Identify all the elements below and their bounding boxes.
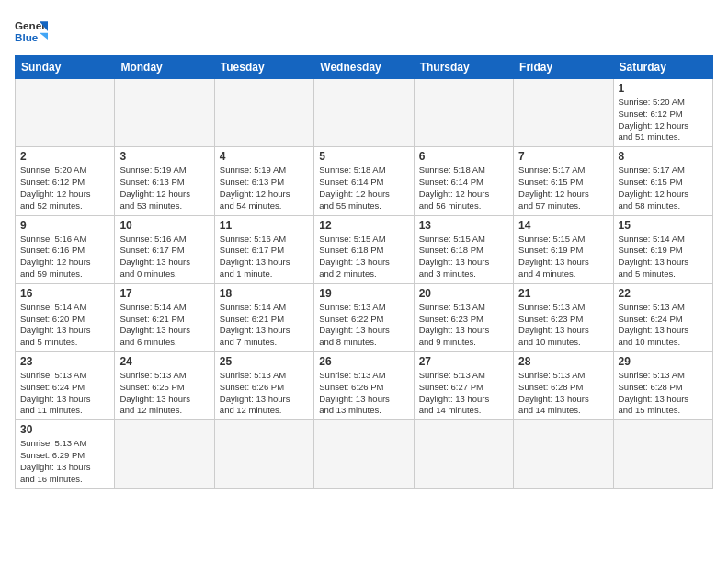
weekday-header-tuesday: Tuesday	[214, 56, 313, 79]
day-number: 17	[119, 287, 209, 300]
day-info: Sunrise: 5:13 AM Sunset: 6:27 PM Dayligh…	[419, 370, 508, 417]
calendar-day-cell	[314, 79, 414, 147]
day-info: Sunrise: 5:15 AM Sunset: 6:19 PM Dayligh…	[518, 234, 608, 281]
svg-text:General: General	[15, 19, 48, 31]
day-number: 18	[220, 287, 309, 300]
day-number: 27	[419, 355, 508, 368]
calendar-day-cell: 10Sunrise: 5:16 AM Sunset: 6:17 PM Dayli…	[115, 215, 214, 283]
day-info: Sunrise: 5:13 AM Sunset: 6:23 PM Dayligh…	[419, 302, 508, 349]
calendar-day-cell	[16, 79, 115, 147]
day-number: 28	[518, 355, 608, 368]
calendar-day-cell	[214, 79, 313, 147]
day-info: Sunrise: 5:15 AM Sunset: 6:18 PM Dayligh…	[419, 234, 508, 281]
calendar-day-cell	[314, 420, 414, 488]
day-number: 23	[20, 355, 109, 368]
calendar-day-cell: 13Sunrise: 5:15 AM Sunset: 6:18 PM Dayli…	[414, 215, 513, 283]
day-info: Sunrise: 5:19 AM Sunset: 6:13 PM Dayligh…	[220, 165, 309, 212]
calendar-day-cell: 17Sunrise: 5:14 AM Sunset: 6:21 PM Dayli…	[115, 283, 214, 351]
calendar-day-cell: 24Sunrise: 5:13 AM Sunset: 6:25 PM Dayli…	[115, 352, 214, 420]
day-number: 29	[619, 355, 708, 368]
day-number: 2	[20, 150, 109, 163]
day-number: 11	[220, 219, 309, 232]
calendar-day-cell: 11Sunrise: 5:16 AM Sunset: 6:17 PM Dayli…	[214, 215, 313, 283]
svg-marker-3	[40, 33, 48, 40]
day-info: Sunrise: 5:14 AM Sunset: 6:21 PM Dayligh…	[220, 302, 309, 349]
calendar-day-cell: 29Sunrise: 5:13 AM Sunset: 6:28 PM Dayli…	[613, 352, 712, 420]
weekday-header-wednesday: Wednesday	[314, 56, 414, 79]
day-number: 4	[220, 150, 309, 163]
day-info: Sunrise: 5:16 AM Sunset: 6:16 PM Dayligh…	[20, 234, 109, 281]
calendar-table: SundayMondayTuesdayWednesdayThursdayFrid…	[15, 55, 713, 489]
calendar-day-cell: 7Sunrise: 5:17 AM Sunset: 6:15 PM Daylig…	[514, 147, 613, 215]
day-info: Sunrise: 5:16 AM Sunset: 6:17 PM Dayligh…	[119, 234, 209, 281]
weekday-header-friday: Friday	[514, 56, 613, 79]
day-number: 10	[119, 219, 209, 232]
day-info: Sunrise: 5:20 AM Sunset: 6:12 PM Dayligh…	[619, 97, 708, 144]
calendar-week-row: 9Sunrise: 5:16 AM Sunset: 6:16 PM Daylig…	[16, 215, 713, 283]
calendar-day-cell: 14Sunrise: 5:15 AM Sunset: 6:19 PM Dayli…	[514, 215, 613, 283]
logo: General Blue	[15, 15, 48, 48]
calendar-day-cell: 3Sunrise: 5:19 AM Sunset: 6:13 PM Daylig…	[115, 147, 214, 215]
weekday-header-row: SundayMondayTuesdayWednesdayThursdayFrid…	[16, 56, 713, 79]
calendar-day-cell: 12Sunrise: 5:15 AM Sunset: 6:18 PM Dayli…	[314, 215, 414, 283]
calendar-day-cell	[115, 420, 214, 488]
day-number: 12	[319, 219, 408, 232]
day-info: Sunrise: 5:13 AM Sunset: 6:22 PM Dayligh…	[319, 302, 408, 349]
day-info: Sunrise: 5:17 AM Sunset: 6:15 PM Dayligh…	[518, 165, 608, 212]
calendar-day-cell: 19Sunrise: 5:13 AM Sunset: 6:22 PM Dayli…	[314, 283, 414, 351]
calendar-day-cell	[414, 420, 513, 488]
day-number: 15	[619, 219, 708, 232]
day-info: Sunrise: 5:13 AM Sunset: 6:26 PM Dayligh…	[319, 370, 408, 417]
calendar-week-row: 1Sunrise: 5:20 AM Sunset: 6:12 PM Daylig…	[16, 79, 713, 147]
calendar-day-cell: 9Sunrise: 5:16 AM Sunset: 6:16 PM Daylig…	[16, 215, 115, 283]
day-number: 22	[619, 287, 708, 300]
day-number: 25	[220, 355, 309, 368]
day-number: 16	[20, 287, 109, 300]
calendar-day-cell: 27Sunrise: 5:13 AM Sunset: 6:27 PM Dayli…	[414, 352, 513, 420]
calendar-day-cell: 21Sunrise: 5:13 AM Sunset: 6:23 PM Dayli…	[514, 283, 613, 351]
day-info: Sunrise: 5:19 AM Sunset: 6:13 PM Dayligh…	[119, 165, 209, 212]
day-number: 21	[518, 287, 608, 300]
day-number: 6	[419, 150, 508, 163]
calendar-day-cell: 28Sunrise: 5:13 AM Sunset: 6:28 PM Dayli…	[514, 352, 613, 420]
weekday-header-monday: Monday	[115, 56, 214, 79]
day-info: Sunrise: 5:13 AM Sunset: 6:24 PM Dayligh…	[20, 370, 109, 417]
calendar-day-cell: 16Sunrise: 5:14 AM Sunset: 6:20 PM Dayli…	[16, 283, 115, 351]
calendar-day-cell: 5Sunrise: 5:18 AM Sunset: 6:14 PM Daylig…	[314, 147, 414, 215]
calendar-day-cell: 15Sunrise: 5:14 AM Sunset: 6:19 PM Dayli…	[613, 215, 712, 283]
calendar-week-row: 23Sunrise: 5:13 AM Sunset: 6:24 PM Dayli…	[16, 352, 713, 420]
weekday-header-saturday: Saturday	[613, 56, 712, 79]
day-number: 5	[319, 150, 408, 163]
header: General Blue	[15, 15, 713, 48]
day-number: 7	[518, 150, 608, 163]
calendar-day-cell	[514, 79, 613, 147]
day-info: Sunrise: 5:13 AM Sunset: 6:28 PM Dayligh…	[518, 370, 608, 417]
day-number: 13	[419, 219, 508, 232]
calendar-week-row: 2Sunrise: 5:20 AM Sunset: 6:12 PM Daylig…	[16, 147, 713, 215]
day-info: Sunrise: 5:18 AM Sunset: 6:14 PM Dayligh…	[419, 165, 508, 212]
calendar-day-cell: 18Sunrise: 5:14 AM Sunset: 6:21 PM Dayli…	[214, 283, 313, 351]
calendar-day-cell: 1Sunrise: 5:20 AM Sunset: 6:12 PM Daylig…	[613, 79, 712, 147]
weekday-header-thursday: Thursday	[414, 56, 513, 79]
calendar-day-cell	[214, 420, 313, 488]
calendar-day-cell: 2Sunrise: 5:20 AM Sunset: 6:12 PM Daylig…	[16, 147, 115, 215]
generalblue-logo-icon: General Blue	[15, 15, 48, 48]
svg-text:Blue: Blue	[15, 31, 39, 43]
calendar-day-cell: 26Sunrise: 5:13 AM Sunset: 6:26 PM Dayli…	[314, 352, 414, 420]
weekday-header-sunday: Sunday	[16, 56, 115, 79]
calendar-day-cell: 4Sunrise: 5:19 AM Sunset: 6:13 PM Daylig…	[214, 147, 313, 215]
day-info: Sunrise: 5:17 AM Sunset: 6:15 PM Dayligh…	[619, 165, 708, 212]
day-info: Sunrise: 5:15 AM Sunset: 6:18 PM Dayligh…	[319, 234, 408, 281]
day-info: Sunrise: 5:20 AM Sunset: 6:12 PM Dayligh…	[20, 165, 109, 212]
page: General Blue SundayMondayTuesdayWednesda…	[0, 0, 728, 563]
day-info: Sunrise: 5:13 AM Sunset: 6:28 PM Dayligh…	[619, 370, 708, 417]
calendar-week-row: 16Sunrise: 5:14 AM Sunset: 6:20 PM Dayli…	[16, 283, 713, 351]
day-number: 1	[619, 82, 708, 95]
day-info: Sunrise: 5:14 AM Sunset: 6:19 PM Dayligh…	[619, 234, 708, 281]
calendar-week-row: 30Sunrise: 5:13 AM Sunset: 6:29 PM Dayli…	[16, 420, 713, 488]
calendar-day-cell	[414, 79, 513, 147]
calendar-day-cell: 8Sunrise: 5:17 AM Sunset: 6:15 PM Daylig…	[613, 147, 712, 215]
day-number: 9	[20, 219, 109, 232]
day-number: 26	[319, 355, 408, 368]
calendar-day-cell: 23Sunrise: 5:13 AM Sunset: 6:24 PM Dayli…	[16, 352, 115, 420]
